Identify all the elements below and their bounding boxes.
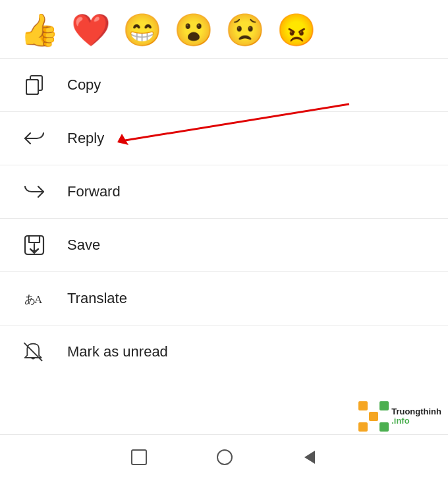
save-label: Save [67, 237, 100, 254]
forward-icon [20, 177, 49, 206]
watermark-text: Truongthinh .info [391, 407, 441, 426]
worried-emoji[interactable]: 😟 [225, 14, 265, 46]
svg-text:A: A [34, 293, 43, 306]
bottom-nav-bar [0, 434, 448, 479]
angry-emoji[interactable]: 😠 [277, 14, 316, 46]
grinning-emoji[interactable]: 😁 [123, 14, 162, 46]
copy-menu-item[interactable]: Copy [0, 59, 448, 111]
back-triangle-icon [300, 448, 319, 466]
nav-home-button[interactable] [129, 447, 149, 467]
context-menu: Copy Reply Forward [0, 59, 448, 378]
svg-marker-11 [304, 451, 315, 464]
reply-icon [20, 124, 49, 153]
circle-icon [215, 447, 235, 467]
translate-icon: あ A [20, 284, 49, 313]
reply-label: Reply [67, 130, 104, 147]
thumbs-up-emoji[interactable]: 👍 [20, 14, 59, 46]
heart-emoji[interactable]: ❤️ [71, 14, 111, 46]
nav-back-button[interactable] [300, 448, 319, 466]
svg-point-10 [217, 450, 232, 465]
copy-icon [20, 70, 49, 99]
save-icon [20, 231, 49, 260]
forward-label: Forward [67, 183, 121, 200]
mark-unread-icon [20, 337, 49, 366]
emoji-reaction-row: 👍 ❤️ 😁 😮 😟 😠 [0, 0, 448, 58]
mark-unread-menu-item[interactable]: Mark as unread [0, 325, 448, 378]
surprised-emoji[interactable]: 😮 [174, 14, 213, 46]
translate-label: Translate [67, 290, 127, 307]
nav-recent-button[interactable] [215, 447, 235, 467]
reply-menu-item[interactable]: Reply [0, 112, 448, 165]
watermark-grid [358, 401, 389, 432]
watermark: Truongthinh .info [358, 401, 441, 432]
svg-rect-1 [26, 80, 38, 94]
svg-rect-9 [132, 450, 146, 465]
translate-menu-item[interactable]: あ A Translate [0, 272, 448, 325]
copy-label: Copy [67, 76, 101, 94]
mark-unread-label: Mark as unread [67, 343, 168, 360]
save-menu-item[interactable]: Save [0, 219, 448, 271]
forward-menu-item[interactable]: Forward [0, 165, 448, 218]
home-square-icon [129, 447, 149, 467]
